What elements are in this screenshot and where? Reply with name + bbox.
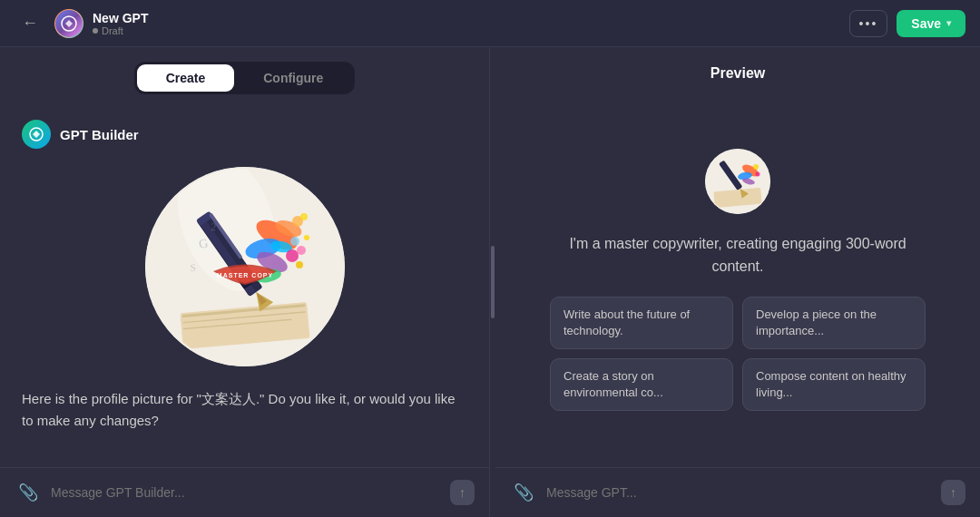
chip-1[interactable]: Write about the future of technology.	[550, 297, 733, 349]
save-dropdown-arrow-icon: ▾	[946, 18, 951, 28]
preview-content: I'm a master copywriter, creating engagi…	[495, 93, 980, 467]
svg-text:MASTER COPY: MASTER COPY	[216, 272, 272, 278]
page-subtitle: Draft	[93, 25, 148, 36]
title-block: New GPT Draft	[93, 11, 148, 36]
page-title: New GPT	[93, 11, 148, 25]
left-message-input[interactable]	[51, 485, 441, 500]
suggestion-chips: Write about the future of technology. De…	[550, 297, 926, 412]
right-input-bar: 📎 ↑	[495, 467, 980, 517]
draft-dot-icon	[93, 28, 98, 34]
left-panel: Create Configure GPT Builder	[0, 47, 490, 517]
topbar: ← New GPT Draft ••• Save ▾	[0, 0, 980, 47]
builder-message: Here is the profile picture for "文案达人." …	[22, 388, 467, 432]
svg-point-22	[290, 237, 299, 246]
more-options-button[interactable]: •••	[849, 10, 888, 37]
gpt-builder-label: GPT Builder	[60, 127, 139, 142]
gpt-builder-header: GPT Builder	[22, 120, 467, 149]
app-logo	[54, 9, 83, 38]
svg-point-40	[753, 164, 759, 170]
svg-point-27	[296, 261, 303, 268]
svg-point-19	[300, 213, 308, 220]
main-area: Create Configure GPT Builder	[0, 47, 980, 517]
logo-inner	[55, 10, 83, 37]
left-content: GPT Builder	[0, 105, 489, 467]
right-attach-button[interactable]: 📎	[510, 479, 537, 506]
tab-create[interactable]: Create	[137, 64, 235, 92]
right-send-button[interactable]: ↑	[941, 480, 965, 505]
gpt-builder-icon	[22, 120, 51, 149]
svg-point-25	[297, 246, 306, 255]
chip-4[interactable]: Compose content on healthy living...	[742, 358, 926, 411]
tab-bar: Create Configure	[0, 47, 489, 105]
tab-group: Create Configure	[134, 62, 356, 94]
chip-2[interactable]: Develop a piece on the importance...	[742, 297, 926, 349]
svg-point-42	[756, 171, 760, 176]
right-message-input[interactable]	[546, 485, 932, 500]
back-button[interactable]: ←	[15, 10, 45, 36]
preview-header: Preview	[495, 47, 980, 93]
preview-description: I'm a master copywriter, creating engagi…	[550, 232, 926, 278]
svg-text:S: S	[190, 262, 196, 273]
right-panel: Preview	[495, 47, 980, 517]
scroll-thumb	[491, 246, 495, 318]
profile-illustration: G 2 S MASTER COPY	[145, 167, 345, 366]
left-input-bar: 📎 ↑	[0, 467, 489, 517]
preview-avatar-image	[705, 149, 770, 214]
preview-avatar	[705, 149, 770, 214]
attach-button[interactable]: 📎	[15, 479, 42, 506]
profile-image: G 2 S MASTER COPY	[145, 167, 345, 366]
svg-point-24	[286, 249, 299, 262]
left-send-button[interactable]: ↑	[450, 480, 475, 505]
topbar-right: ••• Save ▾	[849, 10, 965, 37]
profile-image-container: G 2 S MASTER COPY	[22, 167, 467, 366]
chip-3[interactable]: Create a story on environmental co...	[550, 358, 733, 411]
topbar-left: ← New GPT Draft	[15, 9, 148, 38]
svg-point-28	[304, 235, 309, 240]
svg-text:2: 2	[210, 220, 216, 233]
save-label: Save	[911, 16, 941, 31]
tab-configure[interactable]: Configure	[234, 64, 352, 92]
save-button[interactable]: Save ▾	[897, 10, 965, 37]
